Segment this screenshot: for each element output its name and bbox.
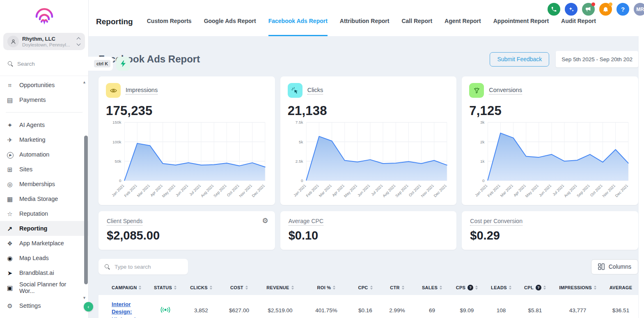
company-selector[interactable]: Rhythm, LLC Doylestown, Pennsyl... xyxy=(3,33,85,50)
nav-divider xyxy=(6,112,83,113)
company-avatar xyxy=(7,36,19,47)
sort-icon[interactable] xyxy=(594,286,596,290)
sidebar-collapse-button[interactable]: ‹ xyxy=(84,302,93,311)
sidebar-item-social-planner[interactable]: ▣ Social Planner for Wor... xyxy=(0,280,88,295)
social-planner-icon: ▣ xyxy=(6,285,14,291)
column-header-status[interactable]: STATUS xyxy=(148,280,183,295)
sort-icon[interactable] xyxy=(333,286,335,290)
search-input[interactable] xyxy=(16,60,91,67)
impressions-label[interactable]: Impressions xyxy=(126,87,158,94)
column-header-cpc[interactable]: CPC xyxy=(351,280,380,295)
column-header-average[interactable]: AVERAGE xyxy=(603,280,638,295)
column-header-cost[interactable]: COST xyxy=(220,280,259,295)
clicks-label[interactable]: Clicks xyxy=(307,87,323,94)
company-location: Doylestown, Pennsyl... xyxy=(22,42,70,47)
tab-call-report[interactable]: Call Report xyxy=(401,18,432,36)
tab-google-ads-report[interactable]: Google Ads Report xyxy=(204,18,256,36)
table-row: Interior Design: High-end 3,852 $627 xyxy=(99,295,638,318)
column-header-leads[interactable]: LEADS xyxy=(484,280,518,295)
svg-text:100k: 100k xyxy=(112,140,121,144)
campaign-link[interactable]: Interior Design: High-end xyxy=(112,297,144,318)
date-range-picker[interactable]: Sep 5th 2025 - Sep 20th 202 xyxy=(556,51,638,67)
conversions-card: Conversions 7,125 01k2k3kJan 2021Feb 202… xyxy=(462,76,638,205)
columns-button[interactable]: Columns xyxy=(591,259,638,274)
column-header-roi[interactable]: ROI % xyxy=(302,280,351,295)
sort-icon[interactable] xyxy=(475,286,478,290)
svg-text:Jul 2021: Jul 2021 xyxy=(552,184,565,197)
column-header-ctr[interactable]: CTR xyxy=(380,280,415,295)
phone-button[interactable] xyxy=(548,3,560,16)
announcements-button[interactable] xyxy=(582,3,595,16)
sort-icon[interactable] xyxy=(245,286,248,290)
gear-icon[interactable]: ⚙ xyxy=(262,217,268,225)
sidebar-item-marketing[interactable]: ✈ Marketing xyxy=(0,132,88,147)
tab-custom-reports[interactable]: Custom Reports xyxy=(147,18,192,36)
roi-cell: 401.75% xyxy=(302,307,351,313)
column-header-cps[interactable]: CPS ? xyxy=(449,280,484,295)
tab-agent-report[interactable]: Agent Report xyxy=(445,18,481,36)
sidebar-item-app-marketplace[interactable]: ❖ App Marketplace xyxy=(0,236,88,251)
tab-attribution-report[interactable]: Attribution Report xyxy=(340,18,390,36)
campaign-cell: Interior Design: High-end xyxy=(99,297,148,318)
help-icon[interactable]: ? xyxy=(536,285,541,290)
cost-per-conversion-label[interactable]: Cost per Conversion xyxy=(470,218,523,226)
svg-text:Nov 2021: Nov 2021 xyxy=(238,184,253,198)
sort-icon[interactable] xyxy=(291,286,294,290)
sidebar-item-automation[interactable]: ▶ Automation xyxy=(0,147,88,162)
column-header-sales[interactable]: SALES xyxy=(415,280,449,295)
sort-icon[interactable] xyxy=(174,286,176,290)
sidebar-item-memberships[interactable]: ◎ Memberships xyxy=(0,177,88,191)
average-cpc-label[interactable]: Average CPC xyxy=(289,218,323,226)
client-spends-label[interactable]: Client Spends xyxy=(107,218,142,226)
tab-facebook-ads-report[interactable]: Facebook Ads Report xyxy=(268,18,328,36)
column-header-clicks[interactable]: CLICKS xyxy=(183,280,220,295)
column-header-campaign[interactable]: CAMPAIGN xyxy=(99,280,148,295)
sort-icon[interactable] xyxy=(509,286,511,290)
sort-icon[interactable] xyxy=(370,286,373,290)
column-header-revenue[interactable]: REVENUE xyxy=(259,280,302,295)
svg-text:Aug 2021: Aug 2021 xyxy=(200,184,214,198)
table-search-input[interactable] xyxy=(114,263,184,270)
sidebar-item-media-storage[interactable]: ▦ Media Storage xyxy=(0,191,88,206)
sidebar-item-payments[interactable]: ▤ Payments xyxy=(0,92,88,107)
help-button[interactable]: ? xyxy=(616,3,629,16)
notification-dot xyxy=(609,2,612,6)
company-expand-icon[interactable] xyxy=(77,38,81,45)
sidebar-item-opportunities[interactable]: ⌗ Opportunities xyxy=(0,78,88,92)
sidebar-item-ai-agents[interactable]: ✦ AI Agents xyxy=(0,118,88,132)
sidebar-search[interactable]: ctrl K xyxy=(4,57,113,71)
svg-text:0: 0 xyxy=(482,178,485,183)
sidebar-item-brandblast[interactable]: ➤ Brandblast.ai xyxy=(0,265,88,280)
conversions-label[interactable]: Conversions xyxy=(489,87,522,94)
sort-icon[interactable] xyxy=(139,286,141,290)
sort-icon[interactable] xyxy=(543,286,546,290)
scroll-up-icon[interactable]: ▲ xyxy=(83,80,86,84)
sidebar-item-reputation[interactable]: ☆ Reputation xyxy=(0,206,88,221)
svg-text:Sep 2021: Sep 2021 xyxy=(394,184,409,198)
sort-icon[interactable] xyxy=(440,286,442,290)
ctr-cell: 2.99% xyxy=(380,307,415,313)
cpl-cell: $5.81 xyxy=(518,307,552,313)
sidebar-item-map-leads[interactable]: ◉ Map Leads xyxy=(0,251,88,265)
notifications-button[interactable] xyxy=(599,3,612,16)
sidebar-item-reporting[interactable]: ↗ Reporting xyxy=(0,221,88,236)
content-scrollbar-track[interactable] xyxy=(639,36,644,318)
table-search[interactable] xyxy=(99,259,188,274)
submit-feedback-button[interactable]: Submit Feedback xyxy=(490,52,549,67)
help-icon[interactable]: ? xyxy=(468,285,473,290)
column-header-impressions[interactable]: IMPRESSIONS xyxy=(552,280,603,295)
column-header-cpl[interactable]: CPL ? xyxy=(518,280,552,295)
user-avatar[interactable]: MR xyxy=(634,3,644,16)
sidebar-scrollbar[interactable] xyxy=(84,136,88,284)
ai-assistant-button[interactable] xyxy=(565,3,578,16)
main-area: Reporting Custom Reports Google Ads Repo… xyxy=(89,0,644,318)
svg-text:Dec 2021: Dec 2021 xyxy=(433,184,447,198)
sidebar-item-sites[interactable]: ⊞ Sites xyxy=(0,162,88,177)
sidebar-item-settings[interactable]: ⚙ Settings xyxy=(0,298,88,313)
tab-appointment-report[interactable]: Appointment Report xyxy=(493,18,549,36)
tab-audit-report[interactable]: Audit Report xyxy=(561,18,596,36)
sort-icon[interactable] xyxy=(210,286,212,290)
quick-actions-button[interactable] xyxy=(116,57,130,71)
sort-icon[interactable] xyxy=(402,286,404,290)
svg-text:Dec 2021: Dec 2021 xyxy=(614,184,629,198)
